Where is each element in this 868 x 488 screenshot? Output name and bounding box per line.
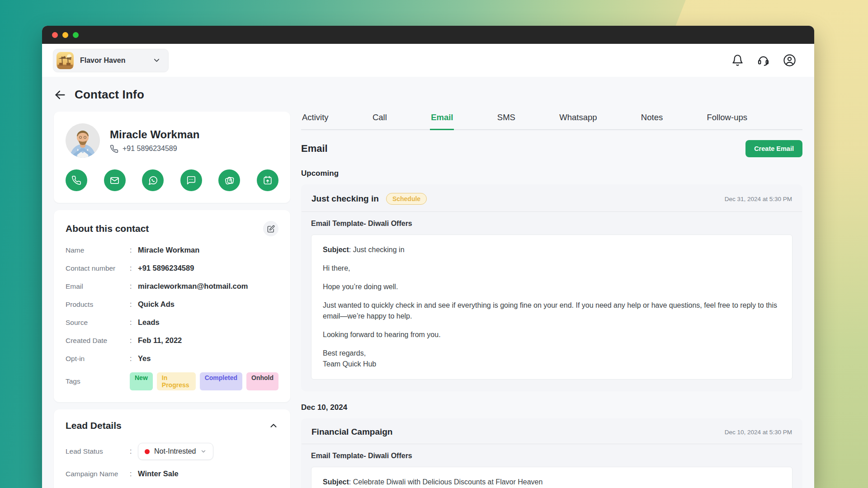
tab-bar: Activity Call Email SMS Whatsapp Notes F… [301,112,802,130]
call-action-button[interactable] [66,169,87,191]
contact-profile-card: Miracle Workman +91 5896234589 [54,112,290,203]
tag-new: New [130,372,153,390]
about-row-products: Products:Quick Ads [66,300,278,309]
tag-completed: Completed [200,372,242,390]
create-email-button[interactable]: Create Email [745,140,802,157]
edit-icon [267,225,275,233]
chat-icon [186,175,196,185]
notes-icon [224,175,235,186]
app-header: Flavor Haven [42,44,814,77]
minimize-window-button[interactable] [62,32,68,38]
about-row-source: Source:Leads [66,318,278,327]
close-window-button[interactable] [52,32,58,38]
date-group-heading: Dec 10, 2024 [301,403,802,412]
subject-label: Subject [323,478,349,486]
tab-notes[interactable]: Notes [640,112,664,130]
tab-email[interactable]: Email [430,112,454,130]
about-card-title: About this contact [66,223,149,234]
subject-text: : Just checking in [349,246,405,253]
email-card-datetime: Dec 31, 2024 at 5:30 PM [725,196,792,202]
lead-status-dropdown[interactable]: Not-Intrested [138,443,213,460]
whatsapp-icon [148,175,158,186]
quick-actions [66,169,278,191]
email-paragraph: Just wanted to quickly check in and see … [323,300,781,322]
headset-icon[interactable] [757,54,769,66]
about-row-email: Email:miracleworkman@hotmail.com [66,282,278,291]
schedule-badge: Schedule [386,193,427,205]
lead-details-card: Lead Details Lead Status: Not-Intrested … [54,409,290,488]
phone-icon [110,145,118,153]
chevron-down-icon [200,448,207,455]
about-row-contact-number: Contact number:+91 5896234589 [66,264,278,272]
tag-onhold: Onhold [246,372,278,390]
contact-phone: +91 5896234589 [123,145,177,153]
envelope-icon [109,175,120,186]
email-card-title: Just checking in [311,194,379,204]
tab-whatsapp[interactable]: Whatsapp [558,112,598,130]
schedule-action-button[interactable] [257,169,278,191]
history-email-card: Financial Campaign Dec 10, 2024 at 5:30 … [301,418,802,488]
whatsapp-action-button[interactable] [142,169,164,191]
about-row-created-date: Created Date:Feb 11, 2022 [66,336,278,345]
email-template-label: Email Template- Diwali Offers [301,212,802,228]
workspace-selector[interactable]: Flavor Haven [53,49,169,72]
subject-text: : Celebrate Diwali with Delicious Discou… [349,478,543,486]
about-row-opt-in: Opt-in:Yes [66,354,278,363]
workspace-logo-icon [57,52,74,69]
tab-activity[interactable]: Activity [301,112,330,130]
breadcrumb: Contact Info [54,88,802,102]
profile-icon[interactable] [783,54,796,67]
chevron-down-icon [152,56,161,65]
email-card-title: Financial Campaign [311,427,392,437]
app-window: Flavor Haven Contact Info [42,26,814,488]
tag-in-progress: In Progress [157,372,196,390]
upcoming-heading: Upcoming [301,169,802,178]
email-paragraph: Looking forward to hearing from you. [323,329,781,340]
lead-row-status: Lead Status: Not-Intrested [66,443,278,460]
email-action-button[interactable] [104,169,126,191]
email-template-label: Email Template- Diwali Offers [301,444,802,460]
lead-status-value: Not-Intrested [154,447,196,455]
tab-call[interactable]: Call [372,112,388,130]
calendar-up-icon [263,175,273,185]
edit-contact-button[interactable] [263,221,278,236]
email-section-title: Email [301,143,328,155]
tab-follow-ups[interactable]: Follow-ups [706,112,748,130]
back-arrow-icon[interactable] [54,89,66,101]
email-body: Subject: Just checking in Hi there, Hope… [311,235,793,380]
subject-label: Subject [323,246,349,253]
about-contact-card: About this contact Name:Miracle Workman … [54,210,290,402]
window-titlebar [42,26,814,44]
tab-sms[interactable]: SMS [496,112,516,130]
zoom-window-button[interactable] [73,32,79,38]
lead-card-title: Lead Details [66,420,122,431]
tag-list: New In Progress Completed Onhold [130,372,278,390]
email-paragraph: Hope you’re doing well. [323,282,781,292]
email-signoff: Best regards,Team Quick Hub [323,348,781,370]
email-paragraph: Hi there, [323,263,781,274]
upcoming-email-card: Just checking in Schedule Dec 31, 2024 a… [301,184,802,391]
status-dot-icon [145,449,150,454]
phone-icon [71,175,81,185]
activity-panel: Activity Call Email SMS Whatsapp Notes F… [301,112,802,488]
avatar [66,123,100,158]
sms-action-button[interactable] [180,169,202,191]
notes-action-button[interactable] [218,169,240,191]
contact-sidebar: Miracle Workman +91 5896234589 [54,112,290,488]
about-row-tags: Tags New In Progress Completed Onhold [66,372,278,390]
collapse-chevron-up-icon[interactable] [269,421,278,431]
bell-icon[interactable] [731,54,744,66]
about-row-name: Name:Miracle Workman [66,246,278,254]
email-card-datetime: Dec 10, 2024 at 5:30 PM [725,429,792,436]
lead-row-campaign: Campaign Name:Winter Sale [66,469,278,478]
workspace-name: Flavor Haven [80,56,146,65]
page-content: Contact Info [42,77,814,488]
contact-name: Miracle Workman [110,128,199,141]
page-title: Contact Info [75,88,144,102]
email-body: Subject: Celebrate Diwali with Delicious… [311,467,793,488]
header-icon-group [731,54,796,67]
